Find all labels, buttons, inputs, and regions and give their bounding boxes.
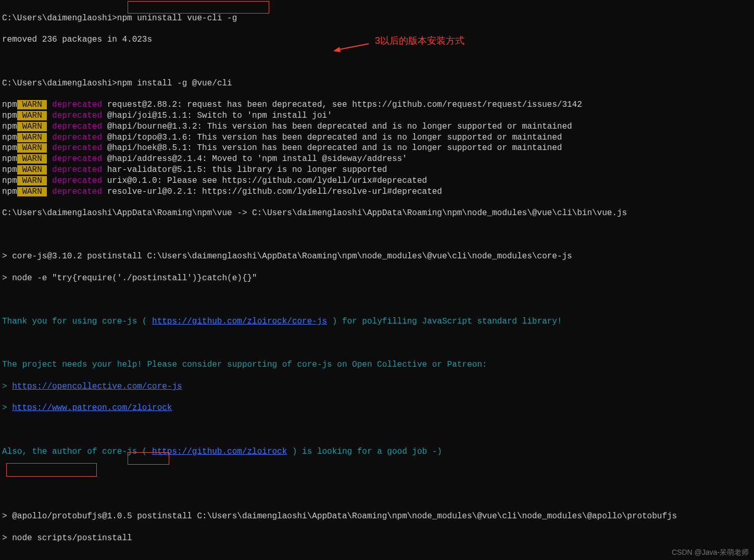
corejs-postinstall: > core-js@3.10.2 postinstall C:\Users\da… [2,251,752,262]
warn-badge: WARN [17,133,47,142]
opencollective-link[interactable]: https://opencollective.com/core-js [12,382,182,391]
npm-warn-line: npm WARN deprecated har-validator@5.1.5:… [2,165,752,176]
warn-badge: WARN [17,100,47,109]
prompt-path: C:\Users\daimenglaoshi> [2,79,117,88]
corejs-link[interactable]: https://github.com/zloirock/core-js [152,317,327,326]
warn-message: : Switch to 'npm install joi' [187,111,332,120]
npm-warn-line: npm WARN deprecated request@2.88.2: requ… [2,99,752,110]
corejs-oc-line: > https://opencollective.com/core-js [2,381,752,392]
deprecated-label: deprecated [52,111,102,120]
blank-line [2,468,752,479]
patreon-link[interactable]: https://www.patreon.com/zloirock [12,403,172,413]
npm-label: npm [2,111,17,120]
warn-message: : https://github.com/lydell/resolve-url#… [192,187,442,196]
warn-badge: WARN [17,111,47,120]
warn-package: urix@0.1.0 [107,176,157,185]
warn-message: : This version has been deprecated and i… [187,133,562,142]
npm-label: npm [2,122,17,131]
deprecated-label: deprecated [52,100,102,109]
deprecated-label: deprecated [52,176,102,185]
warn-badge: WARN [17,165,47,175]
prompt-line: C:\Users\daimenglaoshi>npm install -g @v… [2,78,752,89]
npm-warn-line: npm WARN deprecated resolve-url@0.2.1: h… [2,186,752,197]
npm-label: npm [2,143,17,153]
zloirock-link[interactable]: https://github.com/zloirock [152,447,287,456]
warn-package: @hapi/hoek@8.5.1 [107,143,187,153]
warn-message: : This version has been deprecated and i… [197,122,572,131]
annotation-text: 3以后的版本安装方式 [375,35,464,47]
warn-package: @hapi/address@2.1.4 [107,154,202,164]
npm-label: npm [2,176,17,185]
command-uninstall: npm uninstall vue-cli -g [117,14,237,23]
blank-line [2,490,752,501]
command-install: npm install -g @vue/cli [117,79,232,88]
symlink-line: C:\Users\daimenglaoshi\AppData\Roaming\n… [2,208,752,219]
warn-message: : This version has been deprecated and i… [187,143,562,153]
blank-line [2,56,752,67]
warn-badge: WARN [17,143,47,153]
npm-warn-line: npm WARN deprecated @hapi/address@2.1.4:… [2,154,752,165]
deprecated-label: deprecated [52,133,102,142]
deprecated-label: deprecated [52,187,102,196]
watermark: CSDN @Java-呆萌老师 [672,547,749,557]
npm-warn-line: npm WARN deprecated @hapi/hoek@8.5.1: Th… [2,143,752,154]
prompt-path: C:\Users\daimenglaoshi> [2,14,117,23]
corejs-help: The project needs your help! Please cons… [2,359,752,370]
deprecated-label: deprecated [52,165,102,175]
npm-label: npm [2,187,17,196]
npm-label: npm [2,133,17,142]
warn-badge: WARN [17,176,47,185]
terminal-output[interactable]: C:\Users\daimenglaoshi>npm uninstall vue… [0,0,754,560]
warn-badge: WARN [17,187,47,196]
warn-package: @hapi/topo@3.1.6 [107,133,187,142]
deprecated-label: deprecated [52,154,102,164]
warn-package: har-validator@5.1.5 [107,165,202,175]
npm-warn-line: npm WARN deprecated @hapi/topo@3.1.6: Th… [2,132,752,143]
blank-line [2,338,752,349]
warn-package: @hapi/bourne@1.3.2 [107,122,197,131]
npm-warn-line: npm WARN deprecated urix@0.1.0: Please s… [2,176,752,186]
corejs-pat-line: > https://www.patreon.com/zloirock [2,403,752,414]
blank-line [2,555,752,560]
prompt-line: C:\Users\daimenglaoshi>npm uninstall vue… [2,13,752,24]
npm-label: npm [2,154,17,164]
warn-message: : Moved to 'npm install @sideway/address… [202,154,407,164]
warn-message: : Please see https://github.com/lydell/u… [157,176,427,185]
warn-message: : request has been deprecated, see https… [177,100,582,109]
warn-package: @hapi/joi@15.1.1 [107,111,187,120]
corejs-author: Also, the author of core-js ( https://gi… [2,446,752,457]
blank-line [2,295,752,306]
corejs-thank: Thank you for using core-js ( https://gi… [2,316,752,327]
warn-package: resolve-url@0.2.1 [107,187,192,196]
npm-label: npm [2,165,17,175]
npm-warn-line: npm WARN deprecated @hapi/joi@15.1.1: Sw… [2,110,752,121]
deprecated-label: deprecated [52,143,102,153]
apollo-node: > node scripts/postinstall [2,533,752,544]
warn-package: request@2.88.2 [107,100,177,109]
corejs-node: > node -e "try{require('./postinstall')}… [2,273,752,284]
blank-line [2,230,752,241]
blank-line [2,425,752,435]
warn-badge: WARN [17,154,47,164]
deprecated-label: deprecated [52,122,102,131]
apollo-postinstall: > @apollo/protobufjs@1.0.5 postinstall C… [2,511,752,522]
warn-message: : this library is no longer supported [202,165,387,175]
warn-badge: WARN [17,122,47,131]
npm-warn-line: npm WARN deprecated @hapi/bourne@1.3.2: … [2,121,752,132]
npm-label: npm [2,100,17,109]
